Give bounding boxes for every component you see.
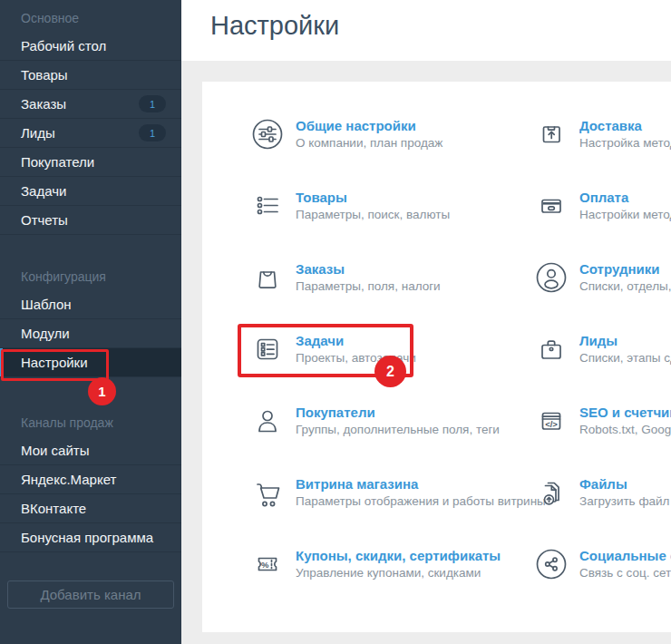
sidebar: Основное Рабочий стол Товары Заказы 1 Ли… (0, 0, 181, 644)
settings-item[interactable]: Заказы Параметры, поля, налоги (251, 241, 535, 313)
settings-item-subtitle: Параметры отображения и работы витрины (296, 494, 546, 508)
settings-item[interactable]: Доставка Настройка методов (535, 98, 671, 170)
sidebar-item[interactable]: Рабочий стол (0, 32, 181, 61)
settings-item[interactable]: % Купоны, скидки, сертификаты Управление… (251, 528, 535, 600)
sidebar-item[interactable]: ВКонтакте (0, 494, 181, 523)
settings-item-title[interactable]: Доставка (579, 118, 671, 133)
settings-item[interactable]: </> SEO и счетчики Robots.txt, Google A (535, 385, 671, 456)
sidebar-item[interactable]: Шаблон (0, 290, 181, 319)
sidebar-item-label: Яндекс.Маркет (21, 472, 181, 487)
svg-text:</>: </> (545, 418, 558, 428)
settings-item-subtitle: Управление купонами, скидками (296, 566, 501, 580)
sidebar-item-label: Бонусная программа (21, 530, 181, 545)
sidebar-item[interactable]: Бонусная программа (0, 523, 181, 552)
settings-item-title[interactable]: Витрина магазина (296, 476, 546, 492)
credit-card-icon (535, 190, 568, 222)
annotation-step-2: 2 (374, 356, 406, 387)
settings-item-subtitle: Настройка методов (579, 136, 671, 150)
settings-item-subtitle: Параметры, поиск, валюты (296, 208, 450, 221)
settings-item[interactable]: Витрина магазина Параметры отображения и… (251, 456, 535, 528)
settings-item-subtitle: Связь с соц. сетями (579, 566, 671, 580)
share-icon (535, 548, 568, 581)
settings-item-title[interactable]: Оплата (579, 190, 671, 205)
settings-item[interactable]: Общие настройки О компании, план продаж (251, 98, 535, 170)
settings-item-title[interactable]: Файлы (579, 476, 671, 492)
sidebar-section: Каналы продаж Мои сайты Яндекс.Маркет ВК… (0, 408, 181, 552)
count-badge: 1 (139, 95, 166, 112)
count-badge: 1 (139, 124, 166, 141)
code-window-icon: </> (535, 405, 568, 437)
sidebar-section-header: Основное (0, 4, 181, 32)
sliders-icon (251, 118, 284, 151)
sidebar-item[interactable]: Отчеты (0, 206, 181, 235)
main-content: Настройки Общие настройки О компании, пл… (181, 0, 671, 644)
add-channel-button[interactable]: Добавить канал (7, 581, 174, 609)
sidebar-item-label: Отчеты (21, 212, 181, 228)
sidebar-item-label: Товары (21, 67, 181, 83)
sidebar-item[interactable]: Лиды 1 (0, 119, 181, 148)
sidebar-item-label: Покупатели (21, 154, 181, 170)
sidebar-section: Основное Рабочий стол Товары Заказы 1 Ли… (0, 4, 181, 235)
page-title: Настройки (210, 11, 339, 41)
sidebar-section-header: Каналы продаж (0, 408, 181, 436)
sidebar-item[interactable]: Задачи (0, 177, 181, 206)
sidebar-item[interactable]: Товары (0, 61, 181, 90)
delivery-box-icon (535, 118, 568, 151)
sidebar-item[interactable]: Яндекс.Маркет (0, 465, 181, 494)
settings-item[interactable]: Файлы Загрузить файл в ко (535, 456, 671, 528)
settings-item-subtitle: Списки, отделы, рол (579, 279, 671, 293)
sidebar-item-label: ВКонтакте (21, 501, 181, 516)
sidebar-item-label: Заказы (21, 96, 139, 112)
coupon-icon: % (251, 548, 284, 581)
settings-item-title[interactable]: Социальные сет (579, 548, 671, 563)
person-circle-icon (535, 261, 568, 294)
file-upload-icon (535, 476, 568, 509)
sidebar-item[interactable]: Заказы 1 (0, 90, 181, 119)
settings-item-title[interactable]: SEO и счетчики (579, 405, 671, 420)
sidebar-item-label: Рабочий стол (21, 38, 181, 54)
settings-item-title[interactable]: Товары (296, 190, 450, 205)
settings-item-title[interactable]: Купоны, скидки, сертификаты (296, 548, 501, 563)
sidebar-item[interactable]: Покупатели (0, 148, 181, 177)
settings-item[interactable]: Покупатели Группы, дополнительные поля, … (251, 385, 535, 456)
sidebar-item-label: Задачи (21, 183, 181, 199)
settings-item[interactable]: Оплата Настройки методов (535, 170, 671, 241)
settings-item-subtitle: О компании, план продаж (296, 136, 442, 150)
cart-icon (251, 476, 284, 509)
settings-column-right: Доставка Настройка методов Оплата Настро… (535, 98, 671, 600)
settings-item[interactable]: Социальные сет Связь с соц. сетями (535, 528, 671, 600)
settings-item[interactable]: Сотрудники Списки, отделы, рол (535, 241, 671, 313)
sidebar-item[interactable]: Мои сайты (0, 436, 181, 465)
bag-icon (251, 261, 284, 294)
settings-item[interactable]: Товары Параметры, поиск, валюты (251, 170, 535, 241)
sidebar-section-items: Мои сайты Яндекс.Маркет ВКонтакте Бонусн… (0, 436, 181, 552)
annotation-step-1: 1 (88, 377, 116, 405)
list-icon (251, 190, 284, 222)
person-icon (251, 405, 284, 437)
settings-item-title[interactable]: Покупатели (296, 405, 500, 420)
settings-item-title[interactable]: Сотрудники (579, 261, 671, 277)
settings-item-title[interactable]: Лиды (579, 333, 671, 348)
sidebar-item-label: Лиды (21, 125, 139, 141)
sidebar-item-label: Мои сайты (21, 443, 181, 458)
settings-item-title[interactable]: Заказы (296, 261, 441, 277)
settings-item-title[interactable]: Общие настройки (296, 118, 442, 133)
sidebar-section-header: Конфигурация (0, 262, 181, 290)
sidebar-item[interactable]: Модули (0, 319, 181, 348)
briefcase-icon (535, 333, 568, 366)
settings-item-subtitle: Robots.txt, Google A (579, 423, 671, 436)
settings-item-subtitle: Группы, дополнительные поля, теги (296, 423, 500, 436)
svg-text:%: % (261, 559, 269, 569)
settings-item-subtitle: Загрузить файл в ко (579, 494, 671, 508)
annotation-box-1 (1, 349, 109, 381)
settings-item-subtitle: Параметры, поля, налоги (296, 279, 441, 293)
settings-item-subtitle: Настройки методов (579, 208, 671, 221)
settings-item[interactable]: Лиды Списки, этапы сделк (535, 313, 671, 385)
settings-item-subtitle: Списки, этапы сделк (579, 351, 671, 365)
sidebar-section-items: Рабочий стол Товары Заказы 1 Лиды 1 Поку… (0, 32, 181, 235)
sidebar-item-label: Модули (21, 326, 181, 341)
sidebar-item-label: Шаблон (21, 297, 181, 312)
